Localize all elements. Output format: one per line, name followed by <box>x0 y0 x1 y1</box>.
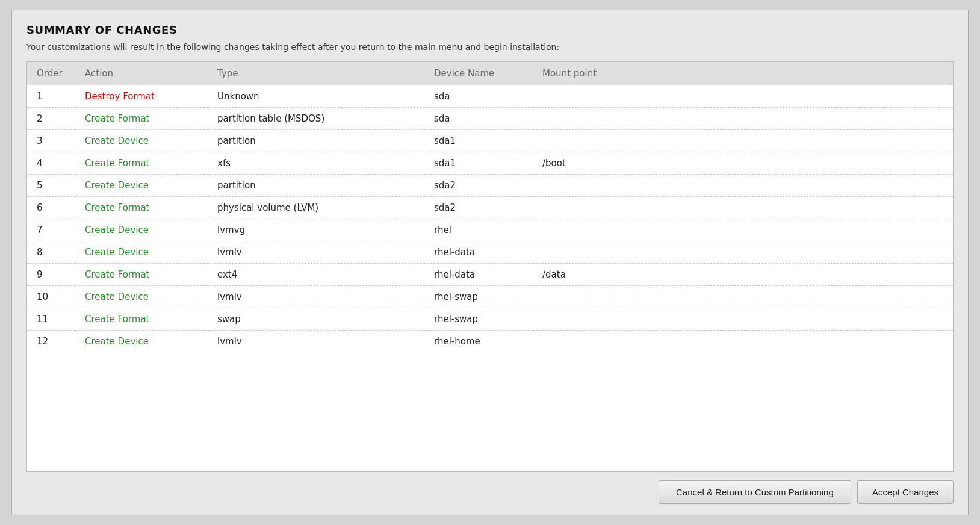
cell-action: Create Device <box>75 241 208 264</box>
cancel-button[interactable]: Cancel & Return to Custom Partitioning <box>659 480 851 504</box>
changes-table: Order Action Type Device Name Mount poin… <box>27 62 953 352</box>
cell-device: rhel-data <box>424 241 533 264</box>
cell-device: sda1 <box>424 152 533 175</box>
cell-type: xfs <box>208 152 424 175</box>
changes-table-container: Order Action Type Device Name Mount poin… <box>26 61 954 472</box>
cell-type: partition table (MSDOS) <box>208 108 424 130</box>
table-row: 1 Destroy Format Unknown sda <box>27 85 953 108</box>
dialog-footer: Cancel & Return to Custom Partitioning A… <box>26 472 954 504</box>
table-row: 7 Create Device lvmvg rhel <box>27 219 953 241</box>
cell-mount <box>533 130 953 152</box>
header-device-name: Device Name <box>424 62 533 85</box>
cell-action: Create Format <box>75 308 208 331</box>
cell-mount: /boot <box>533 152 953 175</box>
cell-order: 9 <box>27 264 75 286</box>
cell-action: Create Device <box>75 175 208 197</box>
cell-type: physical volume (LVM) <box>208 197 424 219</box>
cell-type: lvmvg <box>208 219 424 241</box>
cell-type: lvmlv <box>208 286 424 308</box>
table-row: 9 Create Format ext4 rhel-data /data <box>27 264 953 286</box>
cell-type: swap <box>208 308 424 331</box>
cell-mount <box>533 197 953 219</box>
accept-changes-button[interactable]: Accept Changes <box>857 480 954 504</box>
table-row: 8 Create Device lvmlv rhel-data <box>27 241 953 264</box>
cell-order: 7 <box>27 219 75 241</box>
table-row: 2 Create Format partition table (MSDOS) … <box>27 108 953 130</box>
cell-type: ext4 <box>208 264 424 286</box>
cell-action: Create Format <box>75 197 208 219</box>
cell-type: lvmlv <box>208 331 424 353</box>
cell-action: Create Format <box>75 108 208 130</box>
cell-order: 8 <box>27 241 75 264</box>
cell-mount <box>533 219 953 241</box>
cell-order: 11 <box>27 308 75 331</box>
cell-mount <box>533 331 953 353</box>
cell-device: rhel <box>424 219 533 241</box>
table-row: 5 Create Device partition sda2 <box>27 175 953 197</box>
table-row: 4 Create Format xfs sda1 /boot <box>27 152 953 175</box>
cell-order: 10 <box>27 286 75 308</box>
cell-order: 5 <box>27 175 75 197</box>
table-row: 6 Create Format physical volume (LVM) sd… <box>27 197 953 219</box>
cell-device: sda1 <box>424 130 533 152</box>
cell-device: sda <box>424 85 533 108</box>
cell-order: 4 <box>27 152 75 175</box>
cell-order: 3 <box>27 130 75 152</box>
cell-order: 1 <box>27 85 75 108</box>
cell-mount <box>533 308 953 331</box>
cell-mount <box>533 108 953 130</box>
cell-type: Unknown <box>208 85 424 108</box>
cell-device: sda2 <box>424 197 533 219</box>
table-row: 12 Create Device lvmlv rhel-home <box>27 331 953 353</box>
summary-dialog: SUMMARY OF CHANGES Your customizations w… <box>11 10 969 515</box>
cell-mount <box>533 175 953 197</box>
cell-type: partition <box>208 130 424 152</box>
cell-action: Create Device <box>75 331 208 353</box>
cell-mount <box>533 241 953 264</box>
dialog-title: SUMMARY OF CHANGES <box>26 23 954 36</box>
header-mount-point: Mount point <box>533 62 953 85</box>
cell-order: 12 <box>27 331 75 353</box>
cell-mount <box>533 286 953 308</box>
header-order: Order <box>27 62 75 85</box>
cell-action: Create Device <box>75 219 208 241</box>
table-row: 11 Create Format swap rhel-swap <box>27 308 953 331</box>
table-row: 10 Create Device lvmlv rhel-swap <box>27 286 953 308</box>
cell-device: sda2 <box>424 175 533 197</box>
cell-device: rhel-swap <box>424 286 533 308</box>
cell-mount <box>533 85 953 108</box>
dialog-subtitle: Your customizations will result in the f… <box>26 42 954 52</box>
cell-device: rhel-home <box>424 331 533 353</box>
cell-action: Create Format <box>75 264 208 286</box>
cell-type: partition <box>208 175 424 197</box>
cell-action: Destroy Format <box>75 85 208 108</box>
cell-device: sda <box>424 108 533 130</box>
cell-action: Create Device <box>75 130 208 152</box>
cell-mount: /data <box>533 264 953 286</box>
cell-device: rhel-swap <box>424 308 533 331</box>
table-header-row: Order Action Type Device Name Mount poin… <box>27 62 953 85</box>
table-row: 3 Create Device partition sda1 <box>27 130 953 152</box>
header-action: Action <box>75 62 208 85</box>
cell-device: rhel-data <box>424 264 533 286</box>
cell-action: Create Format <box>75 152 208 175</box>
header-type: Type <box>208 62 424 85</box>
cell-action: Create Device <box>75 286 208 308</box>
cell-order: 6 <box>27 197 75 219</box>
cell-order: 2 <box>27 108 75 130</box>
cell-type: lvmlv <box>208 241 424 264</box>
